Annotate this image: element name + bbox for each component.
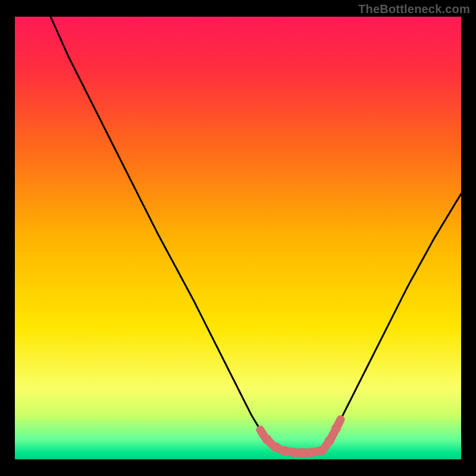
chart-frame: TheBottleneck.com [0,0,476,476]
highlight-dot [307,447,317,457]
bottleneck-plot [15,17,461,459]
highlight-dot [298,448,308,458]
highlight-dot [289,447,299,457]
highlight-dot [271,443,281,452]
highlight-dot [331,424,341,433]
watermark-text: TheBottleneck.com [358,2,470,16]
plot-area [15,17,461,459]
highlight-dot [280,446,290,456]
highlight-dot [325,436,334,445]
highlight-dot [262,435,272,444]
highlight-dot [316,446,325,456]
